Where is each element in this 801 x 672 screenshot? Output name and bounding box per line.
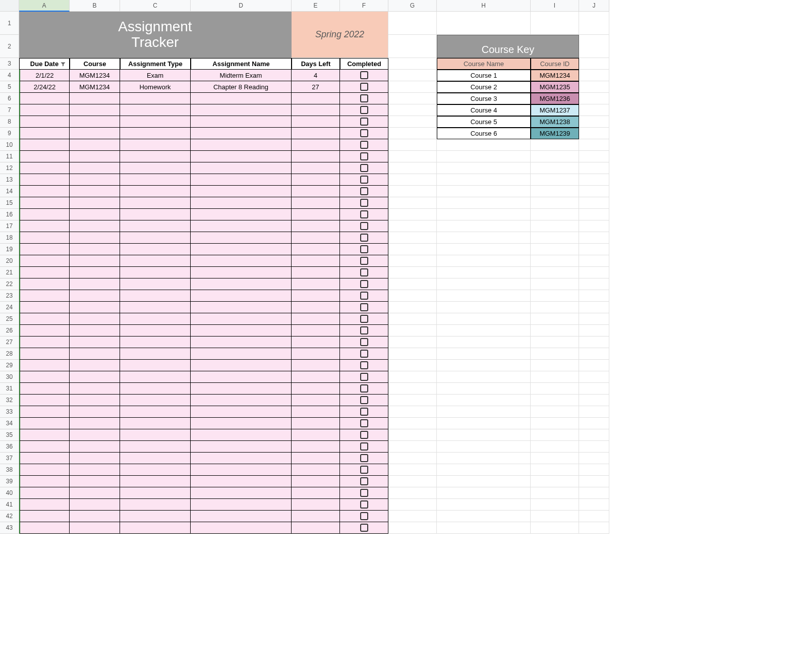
col-header-B[interactable]: B	[70, 0, 120, 12]
cell-J41[interactable]	[579, 499, 609, 511]
cell-due-15[interactable]	[19, 197, 70, 209]
cell-course-33[interactable]	[70, 406, 120, 418]
cell-course-14[interactable]	[70, 186, 120, 197]
checkbox-icon[interactable]	[360, 303, 368, 311]
cell-completed-10[interactable]	[340, 139, 388, 151]
cell-name-29[interactable]	[191, 360, 292, 371]
cell-I13[interactable]	[531, 174, 579, 186]
cell-due-29[interactable]	[19, 360, 70, 371]
cell-G17[interactable]	[388, 220, 437, 232]
cell-I25[interactable]	[531, 313, 579, 325]
cell-I28[interactable]	[531, 348, 579, 360]
cell-I23[interactable]	[531, 290, 579, 302]
cell-type-31[interactable]	[120, 383, 191, 395]
cell-J31[interactable]	[579, 383, 609, 395]
row-header-17[interactable]: 17	[0, 220, 19, 232]
row-header-7[interactable]: 7	[0, 104, 19, 116]
cell-H11[interactable]	[437, 151, 531, 162]
cell-H22[interactable]	[437, 278, 531, 290]
cell-G7[interactable]	[388, 104, 437, 116]
cell-name-15[interactable]	[191, 197, 292, 209]
cell-course-7[interactable]	[70, 104, 120, 116]
cell-J25[interactable]	[579, 313, 609, 325]
cell-days-38[interactable]	[292, 464, 340, 476]
cell-due-10[interactable]	[19, 139, 70, 151]
cell-type-32[interactable]	[120, 395, 191, 406]
cell-G20[interactable]	[388, 255, 437, 267]
cell-J2[interactable]	[579, 35, 609, 58]
cell-course-10[interactable]	[70, 139, 120, 151]
cell-due-36[interactable]	[19, 441, 70, 453]
cell-I21[interactable]	[531, 267, 579, 278]
cell-course-39[interactable]	[70, 476, 120, 487]
cell-days-34[interactable]	[292, 418, 340, 429]
cell-due-43[interactable]	[19, 522, 70, 534]
cell-name-20[interactable]	[191, 255, 292, 267]
cell-course-19[interactable]	[70, 244, 120, 255]
cell-I27[interactable]	[531, 337, 579, 348]
cell-I11[interactable]	[531, 151, 579, 162]
cell-completed-13[interactable]	[340, 174, 388, 186]
cell-type-34[interactable]	[120, 418, 191, 429]
checkbox-icon[interactable]	[360, 338, 368, 346]
cell-days-33[interactable]	[292, 406, 340, 418]
cell-course-11[interactable]	[70, 151, 120, 162]
cell-completed-43[interactable]	[340, 522, 388, 534]
cell-due-26[interactable]	[19, 325, 70, 337]
row-header-22[interactable]: 22	[0, 278, 19, 290]
row-header-11[interactable]: 11	[0, 151, 19, 162]
cell-completed-38[interactable]	[340, 464, 388, 476]
cell-due-16[interactable]	[19, 209, 70, 220]
row-header-40[interactable]: 40	[0, 487, 19, 499]
cell-due-27[interactable]	[19, 337, 70, 348]
cell-days-26[interactable]	[292, 325, 340, 337]
cell-course-42[interactable]	[70, 511, 120, 522]
row-header-2[interactable]: 2	[0, 35, 19, 58]
cell-completed-40[interactable]	[340, 487, 388, 499]
cell-course-25[interactable]	[70, 313, 120, 325]
cell-type-23[interactable]	[120, 290, 191, 302]
checkbox-icon[interactable]	[360, 431, 368, 439]
cell-days-31[interactable]	[292, 383, 340, 395]
cell-due-25[interactable]	[19, 313, 70, 325]
row-header-5[interactable]: 5	[0, 81, 19, 93]
checkbox-icon[interactable]	[360, 477, 368, 485]
cell-due-12[interactable]	[19, 162, 70, 174]
cell-I39[interactable]	[531, 476, 579, 487]
cell-G3[interactable]	[388, 58, 437, 70]
row-header-1[interactable]: 1	[0, 12, 19, 35]
checkbox-icon[interactable]	[360, 94, 368, 102]
cell-name-32[interactable]	[191, 395, 292, 406]
row-header-20[interactable]: 20	[0, 255, 19, 267]
cell-course-24[interactable]	[70, 302, 120, 313]
cell-H15[interactable]	[437, 197, 531, 209]
cell-H18[interactable]	[437, 232, 531, 244]
cell-H28[interactable]	[437, 348, 531, 360]
cell-course-8[interactable]	[70, 116, 120, 128]
checkbox-icon[interactable]	[360, 268, 368, 276]
cell-G38[interactable]	[388, 464, 437, 476]
cell-name-30[interactable]	[191, 371, 292, 383]
cell-type-11[interactable]	[120, 151, 191, 162]
cell-completed-15[interactable]	[340, 197, 388, 209]
cell-H23[interactable]	[437, 290, 531, 302]
row-header-13[interactable]: 13	[0, 174, 19, 186]
cell-H37[interactable]	[437, 453, 531, 464]
cell-course-5[interactable]: MGM1234	[70, 81, 120, 93]
cell-J36[interactable]	[579, 441, 609, 453]
cell-I22[interactable]	[531, 278, 579, 290]
cell-J42[interactable]	[579, 511, 609, 522]
cell-name-17[interactable]	[191, 220, 292, 232]
header-completed[interactable]: Completed	[340, 58, 388, 70]
cell-name-23[interactable]	[191, 290, 292, 302]
row-header-6[interactable]: 6	[0, 93, 19, 104]
col-header-I[interactable]: I	[531, 0, 579, 12]
cell-name-38[interactable]	[191, 464, 292, 476]
cell-completed-32[interactable]	[340, 395, 388, 406]
row-header-35[interactable]: 35	[0, 429, 19, 441]
cell-course-9[interactable]	[70, 128, 120, 139]
cell-name-26[interactable]	[191, 325, 292, 337]
checkbox-icon[interactable]	[360, 361, 368, 369]
cell-type-29[interactable]	[120, 360, 191, 371]
cell-course-22[interactable]	[70, 278, 120, 290]
